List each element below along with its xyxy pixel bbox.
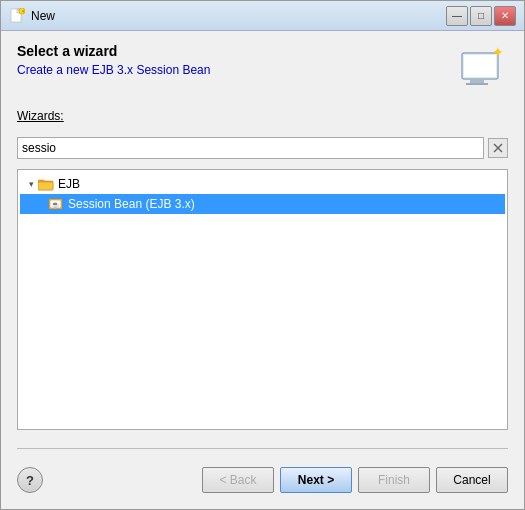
window-title: New bbox=[31, 9, 446, 23]
svg-rect-7 bbox=[470, 79, 484, 83]
header-title: Select a wizard bbox=[17, 43, 456, 59]
cancel-button[interactable]: Cancel bbox=[436, 467, 508, 493]
title-bar: ✦ New — □ ✕ bbox=[1, 1, 524, 31]
separator bbox=[17, 448, 508, 449]
close-button[interactable]: ✕ bbox=[494, 6, 516, 26]
dialog-window: ✦ New — □ ✕ Select a wizard Create a new… bbox=[0, 0, 525, 510]
minimize-button[interactable]: — bbox=[446, 6, 468, 26]
title-bar-controls: — □ ✕ bbox=[446, 6, 516, 26]
expander-ejb[interactable]: ▾ bbox=[24, 177, 38, 191]
session-bean-label: Session Bean (EJB 3.x) bbox=[68, 197, 195, 211]
header-text: Select a wizard Create a new EJB 3.x Ses… bbox=[17, 43, 456, 77]
svg-rect-8 bbox=[466, 83, 488, 85]
svg-text:☕: ☕ bbox=[51, 200, 60, 209]
tree-item-ejb[interactable]: ▾ EJB bbox=[20, 174, 505, 194]
tree-container[interactable]: ▾ EJB ☕ bbox=[17, 169, 508, 430]
bean-icon: ☕ bbox=[48, 196, 64, 212]
wizards-label: Wizards: bbox=[17, 109, 508, 123]
search-row bbox=[17, 137, 508, 159]
header-section: Select a wizard Create a new EJB 3.x Ses… bbox=[17, 43, 508, 95]
button-bar: ? < Back Next > Finish Cancel bbox=[17, 459, 508, 497]
search-clear-button[interactable] bbox=[488, 138, 508, 158]
ejb-label: EJB bbox=[58, 177, 80, 191]
finish-button[interactable]: Finish bbox=[358, 467, 430, 493]
svg-rect-14 bbox=[38, 182, 53, 190]
svg-text:✦: ✦ bbox=[492, 44, 504, 60]
wizard-icon: ✦ bbox=[456, 43, 508, 95]
help-button[interactable]: ? bbox=[17, 467, 43, 493]
header-subtitle: Create a new EJB 3.x Session Bean bbox=[17, 63, 456, 77]
maximize-button[interactable]: □ bbox=[470, 6, 492, 26]
tree-item-session-bean[interactable]: ☕ Session Bean (EJB 3.x) bbox=[20, 194, 505, 214]
search-input[interactable] bbox=[17, 137, 484, 159]
svg-text:✦: ✦ bbox=[21, 8, 25, 14]
main-content: Select a wizard Create a new EJB 3.x Ses… bbox=[1, 31, 524, 509]
window-icon: ✦ bbox=[9, 8, 25, 24]
back-button[interactable]: < Back bbox=[202, 467, 274, 493]
next-button[interactable]: Next > bbox=[280, 467, 352, 493]
folder-icon-ejb bbox=[38, 176, 54, 192]
